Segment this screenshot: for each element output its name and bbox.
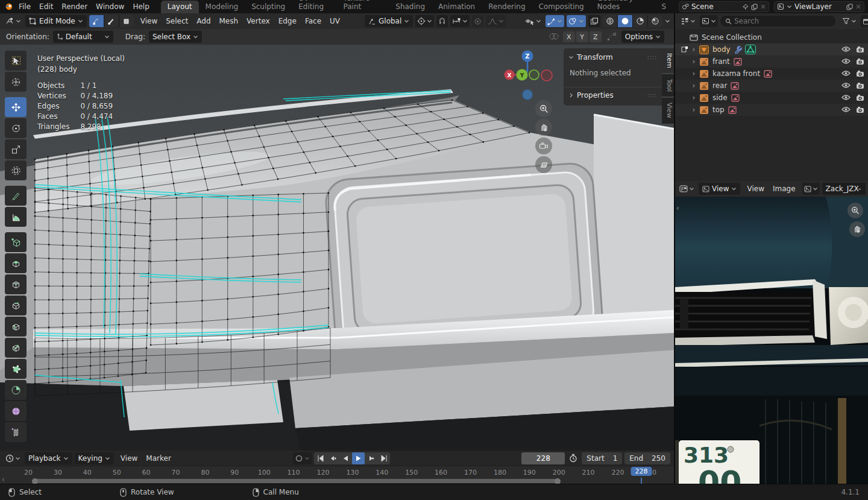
menu-edit[interactable]: Edit <box>35 2 57 11</box>
disable-render-camera-icon[interactable] <box>856 94 864 101</box>
snap-toggle-button[interactable] <box>436 15 448 27</box>
scene-collection-row[interactable]: Scene Collection <box>675 31 868 43</box>
image-editor-type-button[interactable] <box>678 183 696 195</box>
meshdata-icon[interactable] <box>745 45 756 54</box>
mirror-y-button[interactable]: Y <box>576 31 588 42</box>
outliner-item-rear[interactable]: ›rear <box>675 80 868 92</box>
current-frame-field[interactable]: 228 <box>521 452 565 464</box>
proportional-editing-button[interactable] <box>472 15 483 27</box>
menu-render[interactable]: Render <box>57 2 92 11</box>
image-menu-view[interactable]: View <box>743 185 768 193</box>
image-menu-image[interactable]: Image <box>769 185 800 193</box>
collapse-region-icon[interactable]: ‹ <box>676 204 679 212</box>
tool-tweak[interactable] <box>5 51 27 71</box>
expand-arrow-icon[interactable]: › <box>691 57 697 66</box>
timeline-editor-type-button[interactable] <box>4 452 22 464</box>
hide-eye-icon[interactable] <box>841 58 851 65</box>
play-rev-button[interactable] <box>339 452 352 464</box>
tool-extrude[interactable] <box>5 253 27 273</box>
tool-add-cube[interactable] <box>5 232 27 252</box>
jump-end-button[interactable] <box>377 452 390 464</box>
disable-render-camera-icon[interactable] <box>856 106 864 113</box>
jump-start-button[interactable] <box>314 452 327 464</box>
workspace-tab-sculpting[interactable]: Sculpting <box>245 1 292 13</box>
timeline-menu-marker[interactable]: Marker <box>142 454 175 463</box>
wrench-icon[interactable] <box>734 45 743 54</box>
workspace-tab-animation[interactable]: Animation <box>432 1 482 13</box>
timeline-scrollbar[interactable] <box>33 479 559 483</box>
unlink-scene-icon[interactable] <box>760 4 766 10</box>
3d-viewport[interactable]: User Perspective (Local) (228) body Obje… <box>0 45 675 451</box>
viewport-menu-select[interactable]: Select <box>162 17 192 25</box>
tool-transform[interactable] <box>5 160 27 180</box>
pan-hand-icon[interactable] <box>535 119 552 136</box>
workspace-tab-texture-paint[interactable]: Texture Paint <box>337 0 389 13</box>
stopwatch-icon[interactable] <box>567 452 579 464</box>
timeline-ruler[interactable]: 2030405060708090100110120130140150160170… <box>0 466 674 484</box>
workspace-tab-shading[interactable]: Shading <box>389 1 432 13</box>
new-viewlayer-icon[interactable] <box>846 4 853 10</box>
imagedata-icon[interactable] <box>731 94 740 102</box>
workspace-tab-rendering[interactable]: Rendering <box>482 1 532 13</box>
imagedata-icon[interactable] <box>728 106 737 114</box>
viewport-menu-uv[interactable]: UV <box>326 17 344 25</box>
panel-grip[interactable]: :::: <box>647 92 657 98</box>
xray-toggle-button[interactable] <box>588 15 600 27</box>
blender-logo-icon[interactable] <box>4 2 13 11</box>
drag-setting-dropdown[interactable]: Select Box <box>149 31 202 43</box>
tool-knife[interactable] <box>5 338 27 358</box>
tool-annotate[interactable] <box>5 186 27 206</box>
disable-render-camera-icon[interactable] <box>856 82 864 89</box>
tool-smooth[interactable] <box>5 401 27 421</box>
playhead-line[interactable] <box>641 478 642 484</box>
imagedata-icon[interactable] <box>734 58 742 66</box>
disable-render-camera-icon[interactable] <box>856 46 864 53</box>
hide-eye-icon[interactable] <box>841 82 851 89</box>
tool-measure[interactable] <box>5 207 27 227</box>
viewlayer-selector[interactable]: ViewLayer <box>774 1 864 12</box>
outliner-filter-dropdown[interactable] <box>840 15 858 27</box>
outliner-item-side[interactable]: ›side <box>675 92 868 104</box>
keying-dropdown[interactable]: Keying <box>75 452 114 464</box>
image-name-field[interactable]: Zack_JZX- <box>822 183 866 195</box>
camera-view-icon[interactable] <box>535 138 552 154</box>
imagedata-icon[interactable] <box>731 82 739 90</box>
workspace-tab-modeling[interactable]: Modeling <box>199 1 245 13</box>
disable-render-camera-icon[interactable] <box>856 58 864 65</box>
properties-panel-header[interactable]: Properties:::: <box>564 89 662 102</box>
gizmos-toggle-button[interactable] <box>546 15 564 27</box>
tool-loop-cut[interactable] <box>5 317 27 337</box>
outliner-display-mode-dropdown[interactable] <box>700 15 718 27</box>
hide-eye-icon[interactable] <box>841 70 851 77</box>
playhead-badge[interactable]: 228 <box>631 467 652 476</box>
imagedata-icon[interactable] <box>764 70 772 78</box>
scene-selector[interactable]: Scene <box>679 1 769 12</box>
overlays-toggle-button[interactable] <box>567 15 586 27</box>
frame-start-field[interactable]: Start1 <box>582 452 622 464</box>
viewport-menu-mesh[interactable]: Mesh <box>215 17 243 25</box>
transform-panel-header[interactable]: Transform:::: <box>564 51 662 64</box>
edge-select-button[interactable] <box>104 15 119 27</box>
expand-arrow-icon[interactable]: › <box>691 106 697 114</box>
shading-dropdown[interactable] <box>665 19 670 24</box>
sidebar-tab-tool[interactable]: Tool <box>662 74 675 97</box>
pivot-point-dropdown[interactable] <box>415 15 434 27</box>
new-collection-button[interactable] <box>861 15 868 27</box>
frame-end-field[interactable]: End250 <box>624 452 670 464</box>
workspace-tab-geometry-nodes[interactable]: Geometry Nodes <box>591 0 655 13</box>
show-object-types-dropdown[interactable] <box>523 15 543 27</box>
workspace-tab-uv-editing[interactable]: UV Editing <box>292 0 336 13</box>
solid-shading-button[interactable] <box>618 15 632 27</box>
mirror-x-button[interactable]: X <box>563 31 575 42</box>
navigation-gizmo[interactable]: Z X Y <box>500 45 573 105</box>
pin-icon[interactable] <box>742 4 749 10</box>
tool-inset[interactable] <box>5 274 27 294</box>
rendered-shading-button[interactable] <box>648 15 662 27</box>
next-key-button[interactable] <box>365 452 377 464</box>
play-button[interactable] <box>352 452 365 464</box>
panel-grip[interactable]: :::: <box>647 54 657 60</box>
tool-cursor[interactable] <box>5 72 27 92</box>
tool-poly-build[interactable] <box>5 359 27 379</box>
outliner-editor-type-button[interactable] <box>679 15 697 27</box>
disable-render-camera-icon[interactable] <box>856 70 864 77</box>
